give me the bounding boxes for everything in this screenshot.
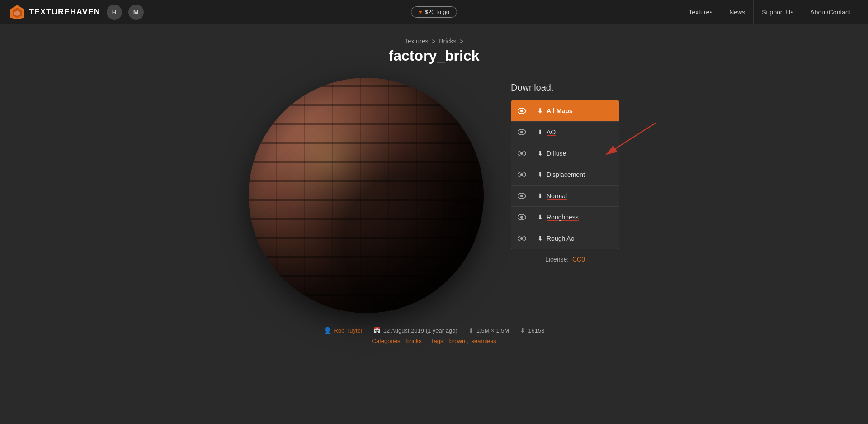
svg-point-4 bbox=[520, 110, 523, 112]
nav-textures[interactable]: Textures bbox=[680, 0, 721, 24]
svg-point-14 bbox=[520, 216, 523, 219]
svg-point-10 bbox=[520, 173, 523, 176]
nav-icon-h[interactable]: H bbox=[107, 5, 122, 20]
download-list: ⬇ All Maps ⬇ AO bbox=[511, 100, 619, 249]
dl-rough-ao-label: Rough Ao bbox=[547, 235, 575, 242]
downloads-icon: ⬇ bbox=[520, 327, 525, 334]
navbar-center: ♥ $20 to go bbox=[292, 6, 576, 18]
calendar-icon: 📅 bbox=[373, 327, 381, 334]
download-normal[interactable]: ⬇ Normal bbox=[511, 186, 619, 207]
download-panel: Download: ⬇ All Maps bbox=[511, 82, 619, 263]
eye-diffuse[interactable] bbox=[511, 143, 532, 164]
category-bricks[interactable]: bricks bbox=[406, 338, 422, 344]
nav-icon-m[interactable]: M bbox=[128, 5, 144, 20]
license-label: License: bbox=[545, 256, 569, 263]
meta-author: 👤 Rob Tuytel bbox=[324, 327, 362, 334]
svg-point-16 bbox=[520, 237, 523, 240]
tags-row: Categories: bricks Tags: brown, seamless bbox=[371, 338, 498, 344]
dl-diffuse-icon: ⬇ bbox=[538, 150, 543, 157]
nav-support[interactable]: Support Us bbox=[753, 0, 802, 24]
sphere-container bbox=[249, 78, 484, 313]
tags-label: Tags: bbox=[431, 338, 445, 344]
eye-ao[interactable] bbox=[511, 122, 532, 143]
navbar: TEXTUREHAVEN H M ♥ $20 to go Textures Ne… bbox=[0, 0, 868, 24]
logo-text: TEXTUREHAVEN bbox=[29, 7, 100, 17]
dl-all-maps-btn[interactable]: ⬇ All Maps bbox=[532, 100, 619, 121]
downloads-text: 16153 bbox=[528, 327, 544, 334]
dl-rough-ao-icon: ⬇ bbox=[538, 235, 543, 242]
dl-rough-ao-btn[interactable]: ⬇ Rough Ao bbox=[532, 228, 619, 249]
size-icon: ⬆ bbox=[468, 327, 474, 334]
download-all-maps[interactable]: ⬇ All Maps bbox=[511, 100, 619, 122]
dl-displacement-btn[interactable]: ⬇ Displacement bbox=[532, 164, 619, 185]
eye-all-maps[interactable] bbox=[511, 100, 532, 121]
eye-rough-ao[interactable] bbox=[511, 228, 532, 249]
dl-roughness-icon: ⬇ bbox=[538, 214, 543, 221]
dl-displacement-label: Displacement bbox=[547, 171, 585, 178]
svg-point-12 bbox=[520, 195, 523, 197]
download-rough-ao[interactable]: ⬇ Rough Ao bbox=[511, 228, 619, 249]
categories-label: Categories: bbox=[372, 338, 402, 344]
tag-seamless[interactable]: seamless bbox=[471, 338, 496, 344]
content-row: Download: ⬇ All Maps bbox=[163, 78, 705, 313]
dl-displacement-icon: ⬇ bbox=[538, 171, 543, 178]
logo-icon bbox=[9, 4, 25, 20]
donation-text: $20 to go bbox=[425, 9, 449, 15]
download-roughness[interactable]: ⬇ Roughness bbox=[511, 207, 619, 228]
meta-date: 📅 12 August 2019 (1 year ago) bbox=[373, 327, 458, 334]
dl-diffuse-label: Diffuse bbox=[547, 150, 566, 157]
license-link[interactable]: CC0 bbox=[572, 256, 585, 263]
main-content: Textures > Bricks > factory_brick Downlo… bbox=[0, 24, 868, 353]
dl-roughness-label: Roughness bbox=[547, 214, 579, 221]
download-ao[interactable]: ⬇ AO bbox=[511, 122, 619, 143]
dl-ao-label: AO bbox=[547, 129, 556, 136]
date-text: 12 August 2019 (1 year ago) bbox=[383, 327, 458, 334]
logo[interactable]: TEXTUREHAVEN bbox=[9, 4, 100, 20]
metadata: 👤 Rob Tuytel 📅 12 August 2019 (1 year ag… bbox=[324, 327, 545, 334]
person-icon: 👤 bbox=[324, 327, 331, 334]
meta-dimensions: ⬆ 1.5M × 1.5M bbox=[468, 327, 509, 334]
dl-normal-icon: ⬇ bbox=[538, 192, 543, 200]
author-link[interactable]: Rob Tuytel bbox=[334, 327, 362, 334]
texture-sphere bbox=[249, 78, 484, 313]
eye-roughness[interactable] bbox=[511, 207, 532, 228]
dl-normal-btn[interactable]: ⬇ Normal bbox=[532, 186, 619, 206]
breadcrumb-bricks[interactable]: Bricks bbox=[439, 38, 456, 45]
license-text: License: CC0 bbox=[511, 256, 619, 263]
dimensions-text: 1.5M × 1.5M bbox=[476, 327, 509, 334]
dl-ao-btn[interactable]: ⬇ AO bbox=[532, 122, 619, 143]
breadcrumb-textures[interactable]: Textures bbox=[405, 38, 429, 45]
navbar-right: Textures News Support Us About/Contact bbox=[576, 0, 859, 24]
download-title: Download: bbox=[511, 82, 619, 93]
page-title: factory_brick bbox=[389, 48, 480, 64]
nav-news[interactable]: News bbox=[721, 0, 753, 24]
download-displacement[interactable]: ⬇ Displacement bbox=[511, 164, 619, 186]
dl-diffuse-btn[interactable]: ⬇ Diffuse bbox=[532, 143, 619, 164]
dl-ao-icon: ⬇ bbox=[538, 129, 543, 136]
eye-normal[interactable] bbox=[511, 186, 532, 206]
dl-normal-label: Normal bbox=[547, 192, 567, 200]
eye-displacement[interactable] bbox=[511, 164, 532, 185]
svg-point-8 bbox=[520, 152, 523, 155]
tag-brown[interactable]: brown bbox=[449, 338, 465, 344]
svg-point-6 bbox=[520, 131, 523, 133]
dl-all-maps-label: All Maps bbox=[547, 107, 573, 114]
breadcrumb: Textures > Bricks > bbox=[405, 38, 464, 45]
heart-icon: ♥ bbox=[419, 9, 422, 15]
navbar-left: TEXTUREHAVEN H M bbox=[9, 4, 292, 20]
meta-downloads: ⬇ 16153 bbox=[520, 327, 544, 334]
nav-about[interactable]: About/Contact bbox=[802, 0, 859, 24]
dl-all-maps-icon: ⬇ bbox=[538, 107, 543, 114]
download-diffuse[interactable]: ⬇ Diffuse bbox=[511, 143, 619, 164]
dl-roughness-btn[interactable]: ⬇ Roughness bbox=[532, 207, 619, 228]
donation-bar[interactable]: ♥ $20 to go bbox=[411, 6, 457, 18]
